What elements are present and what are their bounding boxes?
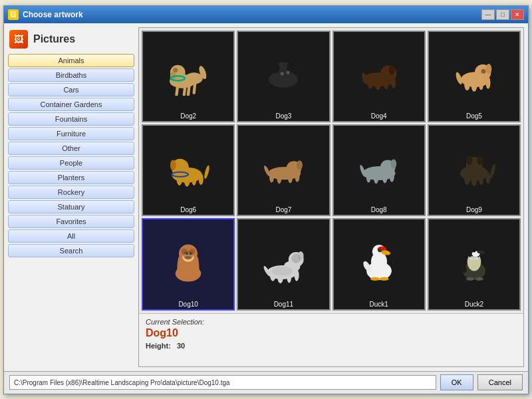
- svg-point-41: [192, 174, 196, 186]
- category-planters[interactable]: Planters: [8, 171, 134, 184]
- svg-point-38: [170, 160, 176, 171]
- grid-item-dog7[interactable]: Dog7: [237, 124, 330, 216]
- grid-item-dog6[interactable]: Dog6: [142, 124, 235, 216]
- grid-item-dog2[interactable]: Dog2: [142, 31, 235, 122]
- image-grid[interactable]: Dog2: [139, 28, 523, 313]
- svg-point-101: [379, 277, 388, 281]
- dog4-image: [336, 35, 422, 111]
- maximize-button[interactable]: □: [496, 9, 509, 20]
- dog6-label: Dog6: [146, 205, 231, 213]
- category-cars[interactable]: Cars: [8, 83, 134, 96]
- svg-point-69: [489, 164, 497, 179]
- grid-item-dog5[interactable]: Dog5: [428, 31, 521, 122]
- duck1-label: Duck1: [336, 299, 422, 308]
- grid-item-duck2[interactable]: Duck2: [428, 218, 521, 310]
- svg-point-47: [297, 161, 303, 170]
- selection-bar: Current Selection: Dog10 Height: 30: [139, 313, 523, 366]
- svg-point-91: [292, 253, 301, 263]
- svg-point-59: [389, 172, 394, 182]
- minimize-button[interactable]: —: [481, 9, 495, 20]
- svg-line-8: [184, 85, 186, 94]
- window-title: Choose artwork: [23, 10, 83, 19]
- category-birdbaths[interactable]: Birdbaths: [8, 68, 134, 82]
- svg-point-100: [370, 277, 380, 281]
- svg-point-66: [471, 175, 477, 187]
- category-animals[interactable]: Animals: [8, 54, 134, 67]
- svg-line-5: [194, 81, 196, 93]
- cancel-button[interactable]: Cancel: [477, 374, 523, 390]
- svg-point-67: [479, 174, 483, 186]
- svg-point-58: [382, 173, 387, 184]
- category-search[interactable]: Search: [8, 244, 134, 257]
- dog2-image: [146, 35, 231, 111]
- svg-point-81: [183, 251, 194, 259]
- svg-point-92: [272, 267, 293, 276]
- duck1-image: [336, 222, 422, 299]
- svg-point-17: [281, 72, 284, 75]
- category-fountains[interactable]: Fountains: [8, 112, 134, 126]
- svg-point-48: [269, 171, 274, 183]
- svg-point-98: [378, 249, 381, 252]
- svg-point-51: [295, 172, 300, 182]
- dog8-label: Dog8: [336, 205, 422, 213]
- height-value: 30: [177, 342, 185, 350]
- grid-item-dog11[interactable]: Dog11: [237, 218, 330, 310]
- dog10-image: [146, 222, 231, 299]
- svg-point-18: [287, 71, 290, 74]
- svg-point-33: [485, 77, 490, 89]
- category-rockery[interactable]: Rockery: [8, 186, 134, 199]
- selection-height-row: Height: 30: [146, 342, 517, 350]
- duck2-image: [432, 222, 517, 299]
- svg-point-15: [277, 76, 282, 86]
- panel-header: 🖼 Pictures: [8, 27, 134, 53]
- svg-point-4: [173, 68, 178, 72]
- grid-item-duck1[interactable]: Duck1: [332, 218, 426, 310]
- svg-point-21: [389, 66, 395, 75]
- category-statuary[interactable]: Statuary: [8, 200, 134, 213]
- dog9-label: Dog9: [432, 205, 517, 213]
- close-button[interactable]: ✕: [511, 9, 524, 20]
- dog7-image: [241, 128, 326, 205]
- category-furniture[interactable]: Furniture: [8, 127, 134, 140]
- category-all[interactable]: All: [8, 229, 134, 243]
- svg-point-57: [374, 172, 378, 184]
- category-container-gardens[interactable]: Container Gardens: [8, 98, 134, 111]
- svg-point-68: [485, 172, 490, 184]
- panel-title: Pictures: [33, 33, 75, 45]
- grid-item-dog10[interactable]: Dog10: [142, 218, 235, 310]
- dog5-image: [432, 35, 517, 111]
- svg-point-49: [277, 172, 282, 184]
- right-panel: Dog2: [138, 27, 524, 367]
- grid-item-dog4[interactable]: Dog4: [332, 31, 426, 122]
- svg-point-42: [199, 174, 203, 186]
- svg-point-22: [367, 77, 373, 89]
- category-other[interactable]: Other: [8, 142, 134, 155]
- svg-point-24: [384, 79, 388, 90]
- category-people[interactable]: People: [8, 156, 134, 170]
- ok-button[interactable]: OK: [440, 374, 473, 390]
- svg-point-107: [473, 249, 475, 252]
- svg-point-23: [375, 78, 381, 90]
- svg-point-109: [466, 277, 474, 281]
- svg-point-16: [285, 76, 290, 86]
- title-buttons: — □ ✕: [481, 9, 524, 20]
- dog3-label: Dog3: [241, 111, 326, 120]
- dog4-label: Dog4: [336, 111, 422, 120]
- dog8-image: [336, 128, 422, 205]
- svg-line-7: [177, 85, 178, 94]
- filepath-display: C:\Program Files (x86)\Realtime Landscap…: [9, 375, 436, 390]
- grid-item-dog3[interactable]: Dog3: [237, 31, 330, 122]
- panel-icon: 🖼: [9, 30, 28, 49]
- svg-point-55: [390, 160, 396, 169]
- dog2-label: Dog2: [146, 111, 231, 120]
- grid-item-dog8[interactable]: Dog8: [332, 124, 426, 216]
- duck2-label: Duck2: [432, 299, 517, 308]
- svg-point-63: [467, 156, 473, 166]
- category-favorites[interactable]: Favorites: [8, 215, 134, 228]
- svg-point-89: [295, 269, 299, 281]
- grid-item-dog9[interactable]: Dog9: [428, 124, 521, 216]
- title-bar: 🖼 Choose artwork — □ ✕: [4, 6, 528, 23]
- svg-point-64: [477, 156, 483, 166]
- svg-rect-111: [470, 256, 478, 259]
- bottom-bar: C:\Program Files (x86)\Realtime Landscap…: [4, 371, 528, 394]
